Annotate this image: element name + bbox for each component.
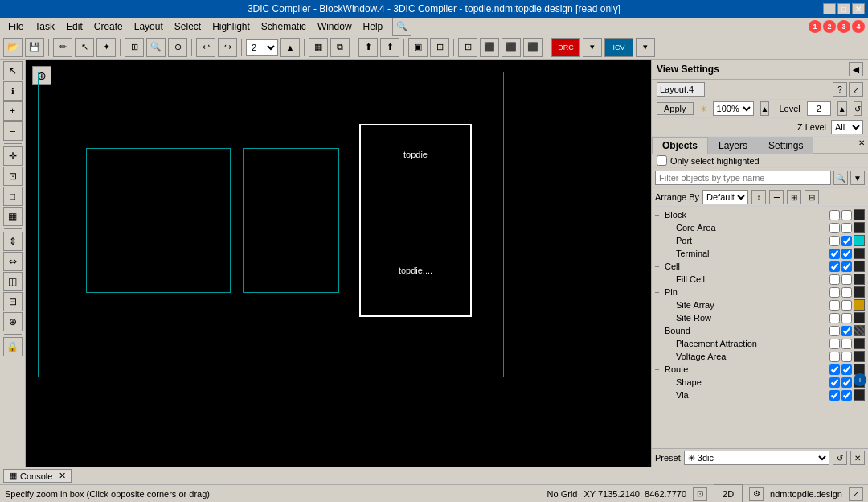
zoom-select-button[interactable]: 🔍 [146, 38, 166, 57]
cb2-corearea[interactable] [841, 223, 852, 233]
apply-button[interactable]: Apply [657, 102, 694, 115]
console-tab[interactable]: ▦ Console ✕ [3, 469, 72, 483]
cb2-route[interactable] [841, 364, 852, 375]
drc-button[interactable]: DRC [551, 38, 580, 57]
zoom-out-tool[interactable]: – [3, 121, 23, 141]
layout-tab-input[interactable] [657, 82, 705, 97]
tree-row-placement[interactable]: Placement Attraction [652, 337, 868, 350]
save-button[interactable]: 💾 [25, 38, 44, 57]
tab-objects[interactable]: Objects [652, 137, 708, 154]
select-tool[interactable]: ↖ [3, 61, 23, 80]
cb1-corearea[interactable] [829, 223, 840, 233]
menu-file[interactable]: File [3, 19, 28, 34]
status-expand-icon[interactable]: ⤢ [849, 487, 863, 501]
cb1-siterow[interactable] [829, 313, 840, 323]
rect-tool[interactable]: □ [3, 187, 23, 206]
menu-help[interactable]: Help [358, 19, 388, 34]
preset-select[interactable]: ✳ 3dic [684, 451, 829, 465]
cb2-voltage[interactable] [841, 352, 852, 362]
vs-left-arrow[interactable]: ◀ [849, 62, 863, 76]
cb2-cell[interactable] [841, 261, 852, 272]
cb1-pin[interactable] [829, 287, 840, 298]
tree-row-siterow[interactable]: Site Row [652, 311, 868, 324]
sort-asc-icon[interactable]: ↕ [751, 190, 766, 204]
status-icon[interactable]: ⊡ [693, 487, 707, 501]
cb2-block[interactable] [841, 210, 852, 220]
vs-expand-icon[interactable]: ⤢ [849, 82, 863, 97]
num-up[interactable]: ▲ [280, 38, 300, 57]
expand-all-icon[interactable]: ⊞ [787, 190, 801, 204]
vflip-tool[interactable]: ⇕ [3, 232, 23, 251]
layout-view-button[interactable]: ▦ [309, 38, 328, 57]
close-panel-icon[interactable]: ✕ [855, 137, 868, 153]
cb2-placement[interactable] [841, 339, 852, 349]
preset-refresh-icon[interactable]: ↺ [833, 451, 847, 465]
menu-task[interactable]: Task [30, 19, 59, 34]
highlight-button[interactable]: ✦ [96, 38, 116, 57]
cb1-shape[interactable] [829, 377, 840, 388]
move-down-button[interactable]: ⬆ [380, 38, 399, 57]
tree-row-route[interactable]: – Route [652, 363, 868, 376]
maximize-button[interactable]: □ [837, 3, 850, 14]
tree-row-shape[interactable]: Shape [652, 376, 868, 389]
open-button[interactable]: 📂 [3, 38, 23, 57]
window-controls[interactable]: – □ ✕ [823, 3, 865, 14]
info-tool[interactable]: ℹ [3, 81, 23, 101]
zoom-in-tool[interactable]: + [3, 101, 23, 121]
zoom-fit-button[interactable]: ⊞ [125, 38, 144, 57]
minus-tool[interactable]: ⊟ [3, 292, 23, 311]
move-up-button[interactable]: ⬆ [358, 38, 378, 57]
cb2-sitearray[interactable] [841, 300, 852, 311]
info-icon[interactable]: i [854, 373, 866, 386]
route2-button[interactable]: ⬛ [480, 38, 499, 57]
menu-highlight[interactable]: Highlight [207, 19, 255, 34]
cb1-placement[interactable] [829, 339, 840, 349]
search-icon[interactable]: 🔍 [392, 17, 411, 36]
collapse-all-icon[interactable]: ⊟ [805, 190, 819, 204]
tree-row-sitearray[interactable]: Site Array [652, 298, 868, 311]
cb1-via[interactable] [829, 390, 840, 401]
cb1-block[interactable] [829, 210, 840, 220]
zoom-box-button[interactable]: ⊕ [168, 38, 187, 57]
icv-button[interactable]: ICV [604, 38, 633, 57]
hflip-tool[interactable]: ⇔ [3, 252, 23, 271]
route-button[interactable]: ⊡ [458, 38, 477, 57]
via-button[interactable]: ⬛ [523, 38, 542, 57]
view-mode-icon[interactable]: ☰ [769, 190, 784, 204]
filter-search-icon[interactable]: 🔍 [833, 171, 848, 185]
cb2-shape[interactable] [841, 377, 852, 388]
zoom-up[interactable]: ▲ [760, 101, 770, 116]
tree-row-block[interactable]: – Block [652, 208, 868, 221]
cursor-button[interactable]: ↖ [75, 38, 94, 57]
icv-option[interactable]: ▾ [636, 38, 655, 57]
cb2-port[interactable] [841, 236, 852, 246]
menu-create[interactable]: Create [89, 19, 128, 34]
menu-edit[interactable]: Edit [61, 19, 88, 34]
tree-row-pin[interactable]: – Pin [652, 286, 868, 298]
tree-row-terminal[interactable]: Terminal [652, 247, 868, 260]
num-select[interactable]: 2 [246, 39, 278, 56]
2d-button[interactable]: 2D [714, 484, 743, 503]
menu-schematic[interactable]: Schematic [256, 19, 311, 34]
select2-button[interactable]: ⊞ [430, 38, 449, 57]
filter-options-icon[interactable]: ▼ [850, 171, 865, 185]
cb1-terminal[interactable] [829, 249, 840, 259]
level-input[interactable] [807, 101, 831, 116]
cb1-cell[interactable] [829, 261, 840, 272]
grid-tool[interactable]: ▦ [3, 207, 23, 226]
split-tool[interactable]: ◫ [3, 272, 23, 291]
level-up[interactable]: ▲ [837, 101, 847, 116]
zlevel-select[interactable]: All [831, 120, 863, 134]
tab-settings[interactable]: Settings [758, 137, 813, 154]
menu-layout[interactable]: Layout [129, 19, 168, 34]
tree-row-corearea[interactable]: Core Area [652, 221, 868, 234]
pan-tool[interactable]: ✛ [3, 146, 23, 166]
tree-row-cell[interactable]: – Cell [652, 260, 868, 273]
close-button[interactable]: ✕ [852, 3, 865, 14]
cb1-sitearray[interactable] [829, 300, 840, 311]
menu-window[interactable]: Window [313, 19, 357, 34]
tree-row-bound[interactable]: – Bound [652, 324, 868, 337]
arrange-select[interactable]: Default [702, 190, 748, 204]
refresh-icon[interactable]: ↺ [854, 101, 862, 116]
pen-button[interactable]: ✏ [53, 38, 72, 57]
